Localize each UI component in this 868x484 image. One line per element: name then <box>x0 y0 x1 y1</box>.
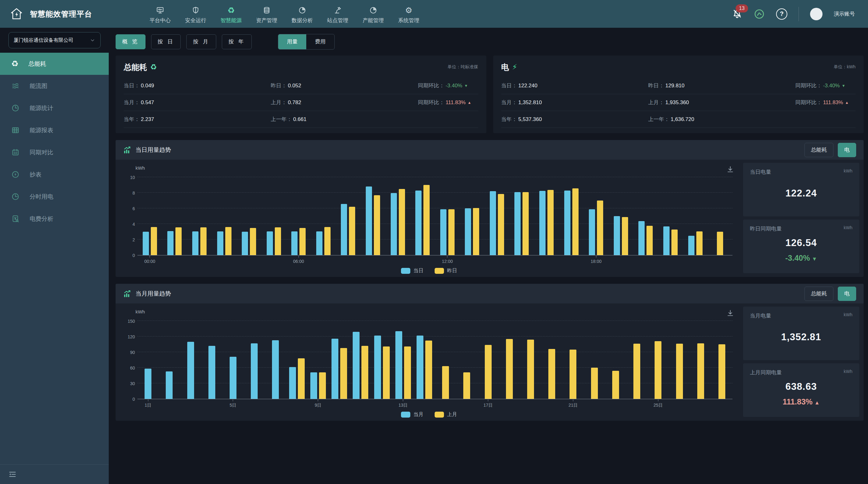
stat-value: 122.24 <box>785 188 817 199</box>
x-tick-label <box>435 399 456 408</box>
nav-item-7[interactable]: ⚙系统管理 <box>398 6 420 24</box>
legend-item-当月[interactable]: 当月 <box>401 411 424 418</box>
nav-item-1[interactable]: 安全运行 <box>185 6 206 24</box>
x-tick <box>447 256 447 258</box>
bar-昨日 <box>717 232 723 255</box>
sidebar-item-label: 能流图 <box>30 82 48 90</box>
legend-item-当日[interactable]: 当日 <box>401 267 424 274</box>
sidebar-item-4[interactable]: 同期对比 <box>0 141 109 163</box>
bar-上月 <box>527 340 534 399</box>
sidebar-item-5[interactable]: 抄表 <box>0 163 109 186</box>
tab-by-month[interactable]: 按 月 <box>186 34 216 49</box>
card-data-cell: 上月：1,935.360 <box>648 99 796 106</box>
y-tick-label: 6 <box>123 206 135 211</box>
cell-value: 0.782 <box>288 99 301 106</box>
notifications-bell-icon[interactable]: 13 <box>732 9 742 19</box>
tab-overview[interactable]: 概 览 <box>116 34 146 49</box>
chart-plot[interactable]: 0246810 <box>137 177 733 255</box>
x-tick-label: 21日 <box>562 399 584 408</box>
sidebar-item-2[interactable]: 能源统计 <box>0 97 109 119</box>
nav-item-0[interactable]: 平台中心 <box>150 6 171 24</box>
clock-icon <box>11 104 20 112</box>
stat-column: 当月电量kWh1,352.81上月同期电量kWh638.63111.83%▲ <box>743 307 859 417</box>
card-data-row: 当年：5,537.360上一年：1,636.720 <box>501 111 856 128</box>
help-icon[interactable]: ? <box>776 8 787 20</box>
card-data-cell: 当月：1,352.810 <box>501 99 648 106</box>
account-name[interactable]: 演示账号 <box>834 10 855 18</box>
bar-当日 <box>391 193 397 255</box>
cell-label: 当月： <box>501 99 517 106</box>
chart-plot[interactable]: 0306090120150 <box>137 321 733 399</box>
chart-zone: kWh024681000:0006:0012:0018:00当日昨日 <box>119 163 739 273</box>
panel-btn-0[interactable]: 总能耗 <box>804 287 833 301</box>
card-head: 电⚡单位：kWh <box>501 57 856 77</box>
tab-by-day[interactable]: 按 日 <box>151 34 181 49</box>
company-select[interactable]: 厦门锐谷通信设备有限公司 <box>8 32 101 48</box>
sidebar-item-6[interactable]: 分时用电 <box>0 186 109 208</box>
download-icon[interactable] <box>726 309 734 317</box>
gauge-icon[interactable] <box>754 8 765 20</box>
cell-label: 同期环比： <box>418 99 444 106</box>
legend-item-昨日[interactable]: 昨日 <box>435 267 457 274</box>
panel-btn-1[interactable]: 电 <box>838 143 856 157</box>
nav-item-2[interactable]: ♻智慧能源 <box>221 6 242 24</box>
cell-label: 昨日： <box>271 82 287 89</box>
cell-value: 5,537.360 <box>519 116 542 122</box>
x-tick-label: 1日 <box>137 399 159 408</box>
legend-swatch <box>435 268 444 274</box>
x-tick-label <box>414 399 435 408</box>
trend-up-icon: ▲ <box>468 101 471 105</box>
card-data-cell: 昨日：129.810 <box>648 82 796 89</box>
panel-btn-0[interactable]: 总能耗 <box>804 143 833 157</box>
nav-item-3[interactable]: 资产管理 <box>256 6 277 24</box>
nav-item-5[interactable]: 站点管理 <box>327 6 348 24</box>
card-data-row: 当月：1,352.810上月：1,935.360同期环比：111.83%▲ <box>501 94 856 111</box>
stat-label: 昨日同期电量 <box>750 225 782 232</box>
sidebar-item-1[interactable]: 能流图 <box>0 75 109 97</box>
y-axis-unit: kWh <box>135 165 145 171</box>
bar-上月 <box>362 346 368 399</box>
bar-当日 <box>490 191 496 255</box>
main-content: 概 览 按 日 按 月 按 年 用量 费用 总能耗♻单位：吨标准煤当日：0.04… <box>109 28 868 484</box>
sidebar-item-label: 能源统计 <box>30 104 53 112</box>
x-tick-label <box>584 399 605 408</box>
sidebar: 厦门锐谷通信设备有限公司 ♻总能耗能流图能源统计能源报表同期对比抄表分时用电电费… <box>0 28 109 484</box>
bar-上月 <box>548 349 555 399</box>
bar-group <box>286 321 308 399</box>
x-tick-label <box>658 256 683 264</box>
bar-上月 <box>697 343 704 399</box>
bar-当日 <box>267 231 273 255</box>
y-tick-label: 2 <box>123 237 135 242</box>
bar-当日 <box>564 191 570 255</box>
nav-item-6[interactable]: 产能管理 <box>363 6 384 24</box>
sidebar-item-0[interactable]: ♻总能耗 <box>0 53 109 75</box>
bar-上月 <box>569 349 577 399</box>
trend-down-icon: ▼ <box>812 256 817 262</box>
legend-item-上月[interactable]: 上月 <box>435 411 457 418</box>
tab-by-year[interactable]: 按 年 <box>222 34 252 49</box>
bar-昨日 <box>548 190 554 255</box>
card-data-row: 当日：122.240昨日：129.810同期环比：-3.40%▼ <box>501 77 856 94</box>
x-tick-label: 13日 <box>393 399 414 408</box>
mode-usage[interactable]: 用量 <box>278 34 306 49</box>
x-tick <box>148 399 148 401</box>
download-icon[interactable] <box>726 165 734 173</box>
mode-cost[interactable]: 费用 <box>306 34 334 49</box>
avatar[interactable] <box>810 8 823 20</box>
y-axis-unit: kWh <box>135 309 145 314</box>
nav-item-4[interactable]: 数据分析 <box>291 6 313 24</box>
card-data-row: 当月：0.547上月：0.782同期环比：111.83%▲ <box>124 94 478 111</box>
chart-panel-1: 当月用量趋势总能耗电kWh03060901201501日5日9日13日17日21… <box>116 284 864 421</box>
panel-btn-1[interactable]: 电 <box>838 287 856 301</box>
sidebar-item-3[interactable]: 能源报表 <box>0 119 109 141</box>
y-tick-label: 4 <box>123 222 135 227</box>
bar-group <box>414 321 435 399</box>
bar-group <box>658 177 683 255</box>
collapse-sidebar-icon[interactable] <box>8 470 17 479</box>
x-tick-label <box>485 256 509 264</box>
sidebar-item-7[interactable]: 电费分析 <box>0 208 109 230</box>
bar-group <box>509 177 534 255</box>
x-tick-label: 06:00 <box>286 256 311 264</box>
bar-group <box>336 177 361 255</box>
sidebar-item-label: 总能耗 <box>28 60 46 68</box>
